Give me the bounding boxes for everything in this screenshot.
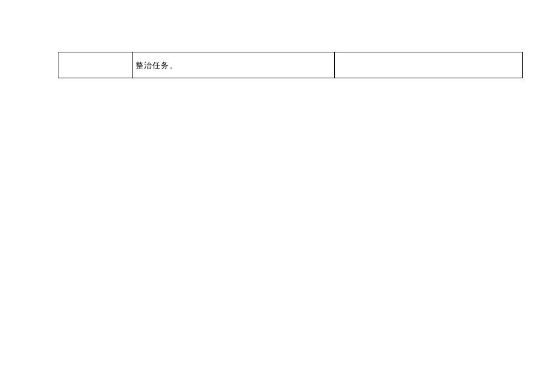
table: 整治任务。: [58, 52, 523, 78]
cell-text-2: 整治任务。: [135, 61, 178, 70]
table-cell-1: [58, 52, 133, 78]
table-cell-2: 整治任务。: [132, 52, 335, 78]
document-table-fragment: 整治任务。: [58, 52, 523, 78]
table-row: 整治任务。: [58, 52, 523, 78]
table-cell-3: [335, 52, 523, 78]
